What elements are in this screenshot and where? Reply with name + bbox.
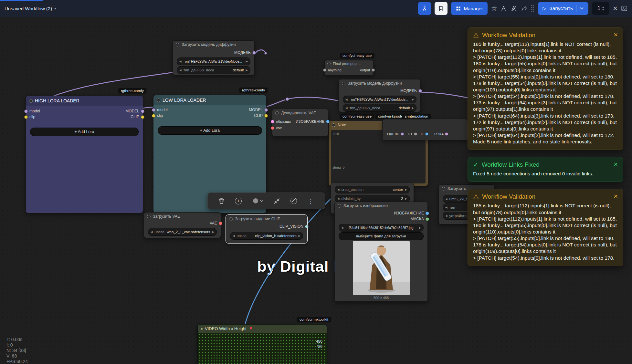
anything-input-port[interactable]: anything: [323, 68, 342, 72]
model-output-port[interactable]: MODEL: [125, 109, 144, 113]
model-name-widget[interactable]: ◀ onTHEFLYWanAIWan21VideoMode... ▶: [177, 57, 250, 65]
next-value-icon[interactable]: ▶: [405, 197, 407, 200]
info-icon[interactable]: i: [235, 198, 242, 204]
collapse-dot-icon[interactable]: [442, 187, 445, 191]
collapse-dot-icon[interactable]: [147, 215, 151, 218]
delete-node-icon[interactable]: [219, 198, 224, 204]
node-final-prompt[interactable]: Final prompt pr... anything output: [324, 60, 374, 76]
batch-count-stepper[interactable]: 1 ▴ ▾: [592, 2, 609, 15]
node-color-picker[interactable]: [253, 198, 263, 204]
node-video-width-height[interactable]: ■ VIDEO Width x Height 480 720: [197, 324, 327, 364]
output-port[interactable]: UT: [408, 132, 417, 136]
manager-button[interactable]: Manager: [451, 2, 488, 15]
node-header[interactable]: Загрузить видение CLIP: [226, 215, 307, 223]
next-value-icon[interactable]: ▶: [405, 188, 407, 191]
node-header[interactable]: LOW LORA LOADER: [153, 95, 266, 105]
node-header[interactable]: Загрузить модель диффузии: [339, 79, 420, 87]
image-file-widget[interactable]: ◀ f34a54108a466d38152cb6a7b2a84257.jpg ▶: [339, 224, 424, 232]
clip-output-port[interactable]: CLIP: [131, 115, 144, 119]
image-output-port[interactable]: ИЗОБРАЖЕНИЕ: [394, 211, 429, 215]
prev-value-icon[interactable]: ◀: [445, 214, 448, 217]
next-value-icon[interactable]: ▶: [246, 60, 248, 63]
model-input-port[interactable]: model: [152, 108, 168, 112]
node-fragment-row[interactable]: ОДЕЛЬ UT IE РОКА: [382, 119, 468, 140]
node-header[interactable]: ■ VIDEO Width x Height: [198, 325, 327, 333]
next-value-icon[interactable]: ▶: [212, 230, 214, 234]
prev-value-icon[interactable]: ◀: [179, 60, 182, 63]
prev-value-icon[interactable]: ◀: [341, 226, 343, 229]
share-icon[interactable]: [521, 5, 527, 12]
collapse-dot-icon[interactable]: [157, 99, 160, 102]
model-output-port[interactable]: MODEL: [249, 108, 268, 112]
workflow-switcher[interactable]: Unsaved Workflow (2) ▾: [5, 6, 56, 11]
node-header[interactable]: Загрузить модель диффузии: [173, 41, 254, 48]
decrement-icon[interactable]: ▾: [602, 8, 604, 11]
drag-handle-icon[interactable]: [531, 5, 534, 12]
collapse-dot-icon[interactable]: [332, 123, 335, 127]
model-input-port[interactable]: model: [24, 109, 40, 113]
bookmark-button[interactable]: [435, 2, 448, 15]
prev-value-icon[interactable]: ◀: [337, 188, 340, 191]
prev-value-icon[interactable]: ◀: [233, 234, 235, 237]
collapse-dot-icon[interactable]: [275, 111, 279, 115]
collapse-node-icon[interactable]: [274, 198, 279, 204]
node-header[interactable]: Декодировать VAE: [272, 109, 328, 117]
run-workflow-button[interactable]: ▷ Запустить: [538, 2, 588, 15]
prev-value-icon[interactable]: ◀: [345, 98, 348, 101]
prev-value-icon[interactable]: ◀: [445, 206, 448, 209]
toggle-links-off-icon[interactable]: [511, 5, 517, 12]
image-panel-icon[interactable]: [621, 5, 627, 12]
toggle-links-icon[interactable]: [501, 5, 507, 12]
model-name-widget[interactable]: ◀ onTHEFLYWanAIWan21VideoMode... ▶: [343, 96, 416, 103]
upload-file-button[interactable]: выберите файл для загрузки: [339, 232, 424, 240]
image-output-port[interactable]: ИЗОБРАЖЕНИЕ: [296, 120, 330, 123]
close-icon[interactable]: ×: [614, 32, 618, 38]
model-output-port[interactable]: ОДЕЛЬ: [387, 132, 404, 136]
output-port[interactable]: output: [360, 68, 375, 72]
prev-value-icon[interactable]: ◀: [179, 68, 182, 72]
clip-vision-output-port[interactable]: CLIP_VISION: [279, 224, 309, 229]
next-value-icon[interactable]: ▶: [298, 234, 300, 237]
add-lora-button[interactable]: + Add Lora: [30, 128, 139, 136]
prev-value-icon[interactable]: ◀: [345, 106, 348, 109]
collapse-dot-icon[interactable]: [176, 43, 179, 47]
close-icon[interactable]: ×: [614, 161, 618, 168]
vae-input-port[interactable]: vae: [271, 126, 282, 130]
node-header[interactable]: Final prompt pr...: [325, 60, 373, 67]
weight-dtype-widget[interactable]: ◀ тип_данных_веса default ▶: [343, 104, 416, 112]
collapse-dot-icon[interactable]: [327, 62, 331, 65]
node-load-diffusion-model-1[interactable]: Загрузить модель диффузии МОДЕЛЬ ◀ onTHE…: [173, 40, 255, 75]
image-output-port[interactable]: IE: [421, 132, 428, 136]
more-options-icon[interactable]: ⋮: [308, 197, 314, 205]
node-load-image[interactable]: Загрузить изображение ИЗОБРАЖЕНИЕ МАСКА …: [334, 202, 428, 302]
node-load-vae[interactable]: Загрузить VAE VAE ◀ назва wan_2_1_vae.sa…: [144, 212, 221, 238]
mask-output-port[interactable]: МАСКА: [411, 217, 429, 221]
close-icon[interactable]: ×: [614, 193, 618, 200]
add-lora-button[interactable]: + Add Lora: [158, 126, 262, 135]
next-value-icon[interactable]: ▶: [412, 106, 414, 109]
next-value-icon[interactable]: ▶: [419, 226, 421, 229]
clip-vision-name-widget[interactable]: ◀ назва clip_vision_h.safetensors ▶: [230, 232, 303, 240]
favorite-star-icon[interactable]: ☆: [491, 5, 497, 12]
model-output-port[interactable]: МОДЕЛЬ: [234, 50, 256, 55]
node-header[interactable]: HIGH LORA LOADER: [26, 96, 143, 106]
node-load-clip-vision[interactable]: Загрузить видение CLIP CLIP_VISION ◀ наз…: [226, 215, 307, 243]
vae-output-port[interactable]: VAE: [210, 221, 222, 225]
crop-position-widget[interactable]: ◀ crop_position center ▶: [335, 186, 410, 193]
node-header[interactable]: Загрузить изображение: [335, 202, 427, 210]
clip-output-port[interactable]: CLIP: [254, 113, 268, 118]
node-load-diffusion-model-2[interactable]: Загрузить модель диффузии МОДЕЛЬ ◀ onTHE…: [339, 79, 421, 112]
next-value-icon[interactable]: ▶: [246, 68, 248, 72]
collapse-dot-icon[interactable]: [338, 204, 341, 208]
prev-value-icon[interactable]: ◀: [151, 230, 153, 234]
clip-input-port[interactable]: clip: [24, 115, 35, 119]
comfyui-logo-button[interactable]: [418, 2, 431, 15]
samples-input-port[interactable]: образцы: [271, 120, 291, 123]
selection-toolbar[interactable]: i ⋮: [207, 192, 325, 209]
weight-dtype-widget[interactable]: ◀ тип_данных_веса default ▶: [177, 66, 250, 74]
clip-input-port[interactable]: clip: [152, 113, 163, 118]
prev-value-icon[interactable]: ◀: [337, 197, 340, 200]
next-value-icon[interactable]: ▶: [412, 98, 414, 101]
vae-name-widget[interactable]: ◀ назва wan_2_1_vae.safetensors ▶: [148, 228, 217, 236]
collapse-dot-icon[interactable]: [342, 82, 345, 85]
